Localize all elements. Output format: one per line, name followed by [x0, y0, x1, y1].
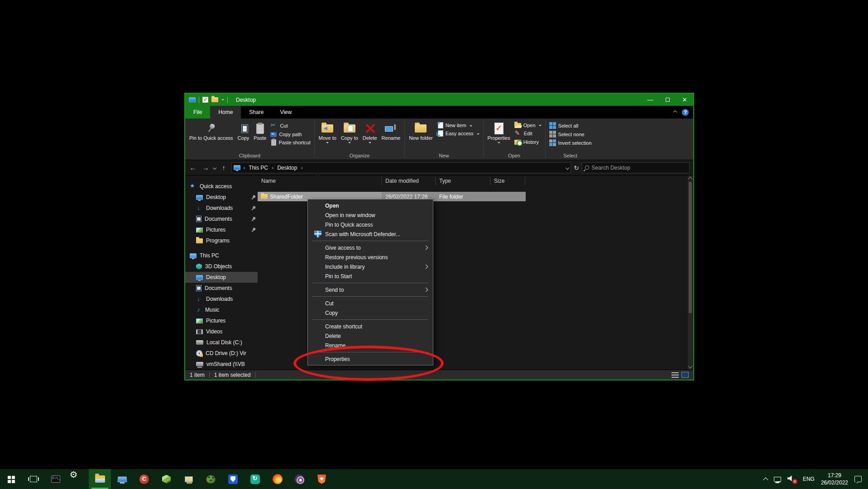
column-header-size[interactable]: Size [490, 177, 525, 185]
properties-qat-icon[interactable] [202, 97, 208, 103]
menu-item-open-in-new-window[interactable]: Open in new window [308, 210, 433, 220]
copy-button[interactable]: Copy [235, 120, 252, 141]
taskbar-button-task-view[interactable] [22, 469, 44, 489]
sidebar-item-pictures[interactable]: Pictures [185, 315, 258, 326]
sidebar-item-documents[interactable]: Documents [185, 214, 258, 224]
sidebar-item-3d-objects[interactable]: 3D Objects [185, 261, 258, 272]
menu-item-send-to[interactable]: Send to [308, 285, 433, 294]
sidebar-item-vmshared-vb[interactable]: vmShared (\\VB [185, 359, 258, 370]
sidebar-item-desktop[interactable]: Desktop [185, 272, 258, 283]
hidden-icons-chevron-icon[interactable] [763, 477, 768, 482]
up-button[interactable]: ↑ [219, 164, 229, 171]
open-button[interactable]: Open [513, 122, 543, 128]
sidebar-item-cd-drive-d-vir[interactable]: CD Drive (D:) Vir [185, 348, 258, 359]
breadcrumb-this-pc[interactable]: This PC [248, 165, 269, 171]
copy-path-button[interactable]: Copy path [269, 131, 312, 138]
menu-item-restore-previous-versions[interactable]: Restore previous versions [308, 252, 433, 262]
select-all-button[interactable]: Select all [547, 122, 594, 129]
select-none-button[interactable]: Select none [547, 130, 594, 138]
address-dropdown-icon[interactable] [566, 166, 569, 169]
details-view-button[interactable] [671, 372, 679, 378]
sidebar-item-programs[interactable]: Programs [185, 235, 258, 246]
new-folder-button[interactable]: New folder [407, 120, 435, 141]
menu-item-delete[interactable]: Delete [308, 331, 433, 341]
tab-file[interactable]: File [185, 106, 210, 119]
search-box[interactable] [582, 162, 690, 173]
taskbar-button-bitwarden[interactable] [222, 469, 244, 489]
network-icon[interactable] [774, 477, 781, 482]
close-button[interactable]: ✕ [676, 94, 693, 106]
easy-access-button[interactable]: Easy access [435, 130, 481, 137]
taskbar-button-firefox[interactable] [266, 469, 288, 489]
refresh-icon[interactable]: ↻ [574, 164, 579, 171]
cut-button[interactable]: Cut [269, 122, 312, 130]
tab-view[interactable]: View [272, 106, 300, 119]
new-folder-qat-icon[interactable] [211, 97, 218, 102]
column-header-type[interactable]: Type [436, 177, 490, 185]
menu-item-open[interactable]: Open [308, 201, 433, 210]
taskbar-button-explorer[interactable] [89, 469, 111, 489]
action-center-icon[interactable] [854, 476, 862, 482]
collapse-ribbon-icon[interactable] [673, 110, 677, 114]
menu-item-pin-to-quick-access[interactable]: Pin to Quick access [308, 220, 433, 229]
taskbar-button-frog[interactable] [200, 469, 222, 489]
large-icons-view-button[interactable] [681, 372, 689, 378]
taskbar-button-terminal[interactable] [44, 469, 67, 489]
minimize-button[interactable]: — [642, 94, 659, 106]
sidebar-item-downloads[interactable]: Downloads [185, 203, 258, 214]
properties-button[interactable]: Properties [485, 120, 513, 145]
maximize-button[interactable] [659, 94, 676, 106]
menu-item-give-access-to[interactable]: Give access to [308, 243, 433, 252]
sidebar-item-pictures[interactable]: Pictures [185, 224, 258, 235]
tab-home[interactable]: Home [210, 106, 241, 119]
taskbar-button-green-cube[interactable] [155, 469, 177, 489]
menu-item-include-in-library[interactable]: Include in library [308, 262, 433, 271]
search-input[interactable] [592, 165, 686, 171]
back-button[interactable]: ← [188, 164, 198, 171]
move-to-button[interactable]: Move to [317, 120, 339, 145]
taskbar-button-tor[interactable] [288, 469, 311, 489]
new-item-button[interactable]: New item [435, 122, 481, 129]
sidebar-item-videos[interactable]: Videos [185, 326, 258, 337]
history-button[interactable]: History [513, 138, 543, 145]
forward-button[interactable]: → [201, 164, 211, 171]
menu-item-scan-with-microsoft-defender[interactable]: Scan with Microsoft Defender... [308, 229, 433, 239]
invert-selection-button[interactable]: Invert selection [547, 139, 594, 147]
sidebar-item-downloads[interactable]: Downloads [185, 294, 258, 304]
taskbar-button-settings[interactable] [67, 469, 89, 489]
tab-share[interactable]: Share [241, 106, 272, 119]
sidebar-item-local-disk-c[interactable]: Local Disk (C:) [185, 337, 258, 348]
help-icon[interactable]: ? [682, 109, 689, 116]
rename-button[interactable]: Rename [379, 120, 403, 141]
taskbar-button-start[interactable] [0, 469, 22, 489]
column-header-date-modified[interactable]: Date modified [382, 177, 436, 185]
taskbar-button-remote-pc[interactable] [177, 469, 200, 489]
sidebar-item-documents[interactable]: Documents [185, 283, 258, 294]
breadcrumb-desktop[interactable]: Desktop [276, 165, 298, 171]
taskbar-button-vm-monitor[interactable] [111, 469, 133, 489]
copy-to-button[interactable]: Copy to [339, 120, 360, 145]
pin-to-quick-access-button[interactable]: Pin to Quick access [187, 120, 235, 141]
taskbar-button-ccleaner[interactable] [133, 469, 155, 489]
sidebar-item-desktop[interactable]: Desktop [185, 192, 258, 203]
menu-item-pin-to-start[interactable]: Pin to Start [308, 271, 433, 281]
menu-item-cut[interactable]: Cut [308, 299, 433, 308]
qat-dropdown-icon[interactable] [221, 99, 224, 102]
sidebar-item-quick-access[interactable]: Quick access [185, 181, 258, 192]
delete-button[interactable]: Delete [360, 120, 379, 145]
volume-muted-icon[interactable]: ✕ [787, 475, 796, 483]
menu-item-copy[interactable]: Copy [308, 308, 433, 318]
recent-locations-icon[interactable] [213, 166, 216, 169]
sidebar-item-music[interactable]: Music [185, 304, 258, 315]
paste-shortcut-button[interactable]: Paste shortcut [269, 138, 312, 146]
clock[interactable]: 17:29 26/02/2022 [821, 472, 848, 486]
sidebar-item-this-pc[interactable]: This PC [185, 250, 258, 261]
taskbar-button-brave[interactable] [311, 469, 333, 489]
paste-button[interactable]: Paste [251, 120, 269, 141]
language-indicator[interactable]: ENG [803, 476, 815, 482]
address-bar[interactable]: › This PC › Desktop › [231, 162, 571, 173]
taskbar-button-sync[interactable] [244, 469, 266, 489]
edit-button[interactable]: Edit [513, 129, 543, 138]
column-header-name[interactable]: Name [258, 177, 382, 185]
menu-item-create-shortcut[interactable]: Create shortcut [308, 322, 433, 331]
